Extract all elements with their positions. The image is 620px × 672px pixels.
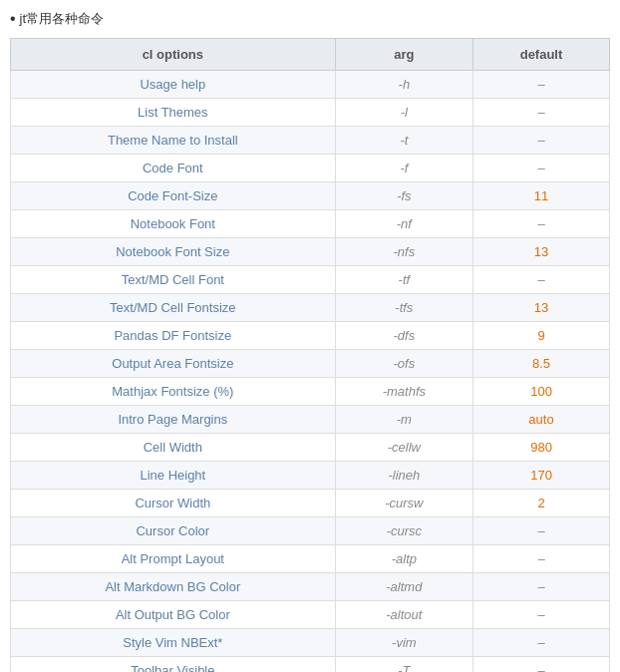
cell-default: – bbox=[473, 545, 610, 573]
cell-option: Cursor Width bbox=[11, 490, 336, 517]
cell-default: 13 bbox=[473, 238, 610, 266]
table-row: Mathjax Fontsize (%)-mathfs100 bbox=[11, 378, 610, 406]
col-header-default: default bbox=[473, 39, 610, 71]
table-row: Text/MD Cell Fontsize-tfs13 bbox=[11, 294, 610, 322]
cell-default: – bbox=[473, 71, 610, 99]
cell-option: Mathjax Fontsize (%) bbox=[11, 378, 336, 406]
cell-default: – bbox=[473, 266, 610, 294]
col-header-option: cl options bbox=[11, 39, 336, 71]
bullet-dot: • bbox=[10, 11, 16, 27]
cell-option: Toolbar Visible bbox=[11, 657, 336, 673]
table-row: Cursor Color-cursc– bbox=[11, 517, 610, 545]
table-row: Alt Markdown BG Color-altmd– bbox=[11, 573, 610, 601]
cell-option: Style Vim NBExt* bbox=[11, 629, 336, 657]
cell-arg: -ofs bbox=[335, 350, 472, 378]
cell-arg: -vim bbox=[335, 629, 472, 657]
table-header-row: cl options arg default bbox=[11, 39, 610, 71]
cell-arg: -tf bbox=[335, 266, 472, 294]
cell-default: – bbox=[473, 127, 610, 155]
table-row: Code Font-Size-fs11 bbox=[11, 182, 610, 210]
cell-default: – bbox=[473, 517, 610, 545]
cell-arg: -cursw bbox=[335, 490, 472, 517]
cell-arg: -lineh bbox=[335, 462, 472, 490]
cell-option: Cursor Color bbox=[11, 517, 336, 545]
cell-default: – bbox=[473, 629, 610, 657]
cell-arg: -mathfs bbox=[335, 378, 472, 406]
cell-default: – bbox=[473, 99, 610, 127]
cell-default: 9 bbox=[473, 322, 610, 350]
cell-default: 100 bbox=[473, 378, 610, 406]
cell-arg: -h bbox=[335, 71, 472, 99]
cell-arg: -cursc bbox=[335, 517, 472, 545]
cell-option: Notebook Font Size bbox=[11, 238, 336, 266]
cell-default: – bbox=[473, 601, 610, 629]
cell-default: – bbox=[473, 155, 610, 182]
cell-default: 980 bbox=[473, 434, 610, 462]
cell-arg: -t bbox=[335, 127, 472, 155]
cell-arg: -cellw bbox=[335, 434, 472, 462]
cell-default: 8.5 bbox=[473, 350, 610, 378]
table-row: Cursor Width-cursw2 bbox=[11, 490, 610, 517]
table-row: Toolbar Visible-T– bbox=[11, 657, 610, 673]
cell-option: Alt Markdown BG Color bbox=[11, 573, 336, 601]
cell-arg: -tfs bbox=[335, 294, 472, 322]
cell-arg: -nf bbox=[335, 210, 472, 238]
cell-option: Intro Page Margins bbox=[11, 406, 336, 434]
table-row: Text/MD Cell Font-tf– bbox=[11, 266, 610, 294]
cell-arg: -f bbox=[335, 155, 472, 182]
cell-default: 11 bbox=[473, 182, 610, 210]
cell-default: – bbox=[473, 573, 610, 601]
bullet-item: • jt常用各种命令 bbox=[10, 10, 610, 28]
cell-option: Text/MD Cell Font bbox=[11, 266, 336, 294]
table-row: Notebook Font-nf– bbox=[11, 210, 610, 238]
table-row: Style Vim NBExt*-vim– bbox=[11, 629, 610, 657]
cell-option: Pandas DF Fontsize bbox=[11, 322, 336, 350]
table-row: Pandas DF Fontsize-dfs9 bbox=[11, 322, 610, 350]
table-row: List Themes-l– bbox=[11, 99, 610, 127]
cell-option: Text/MD Cell Fontsize bbox=[11, 294, 336, 322]
cell-option: Theme Name to Install bbox=[11, 127, 336, 155]
cell-option: Alt Prompt Layout bbox=[11, 545, 336, 573]
table-row: Output Area Fontsize-ofs8.5 bbox=[11, 350, 610, 378]
table-row: Theme Name to Install-t– bbox=[11, 127, 610, 155]
table-row: Alt Output BG Color-altout– bbox=[11, 601, 610, 629]
options-table: cl options arg default Usage help-h–List… bbox=[10, 38, 610, 672]
cell-option: Line Height bbox=[11, 462, 336, 490]
cell-default: auto bbox=[473, 406, 610, 434]
cell-option: Output Area Fontsize bbox=[11, 350, 336, 378]
bullet-text: jt常用各种命令 bbox=[20, 10, 105, 28]
table-row: Code Font-f– bbox=[11, 155, 610, 182]
cell-option: List Themes bbox=[11, 99, 336, 127]
table-row: Usage help-h– bbox=[11, 71, 610, 99]
cell-arg: -m bbox=[335, 406, 472, 434]
cell-arg: -nfs bbox=[335, 238, 472, 266]
cell-default: – bbox=[473, 657, 610, 673]
table-row: Intro Page Margins-mauto bbox=[11, 406, 610, 434]
table-row: Line Height-lineh170 bbox=[11, 462, 610, 490]
cell-option: Notebook Font bbox=[11, 210, 336, 238]
cell-arg: -dfs bbox=[335, 322, 472, 350]
cell-default: 2 bbox=[473, 490, 610, 517]
cell-option: Code Font-Size bbox=[11, 182, 336, 210]
cell-option: Usage help bbox=[11, 71, 336, 99]
table-row: Alt Prompt Layout-altp– bbox=[11, 545, 610, 573]
cell-default: 170 bbox=[473, 462, 610, 490]
cell-option: Code Font bbox=[11, 155, 336, 182]
cell-arg: -T bbox=[335, 657, 472, 673]
cell-default: – bbox=[473, 210, 610, 238]
table-row: Cell Width-cellw980 bbox=[11, 434, 610, 462]
cell-arg: -altout bbox=[335, 601, 472, 629]
cell-arg: -l bbox=[335, 99, 472, 127]
cell-option: Cell Width bbox=[11, 434, 336, 462]
cell-option: Alt Output BG Color bbox=[11, 601, 336, 629]
cell-default: 13 bbox=[473, 294, 610, 322]
cell-arg: -fs bbox=[335, 182, 472, 210]
cell-arg: -altmd bbox=[335, 573, 472, 601]
col-header-arg: arg bbox=[335, 39, 472, 71]
cell-arg: -altp bbox=[335, 545, 472, 573]
table-row: Notebook Font Size-nfs13 bbox=[11, 238, 610, 266]
